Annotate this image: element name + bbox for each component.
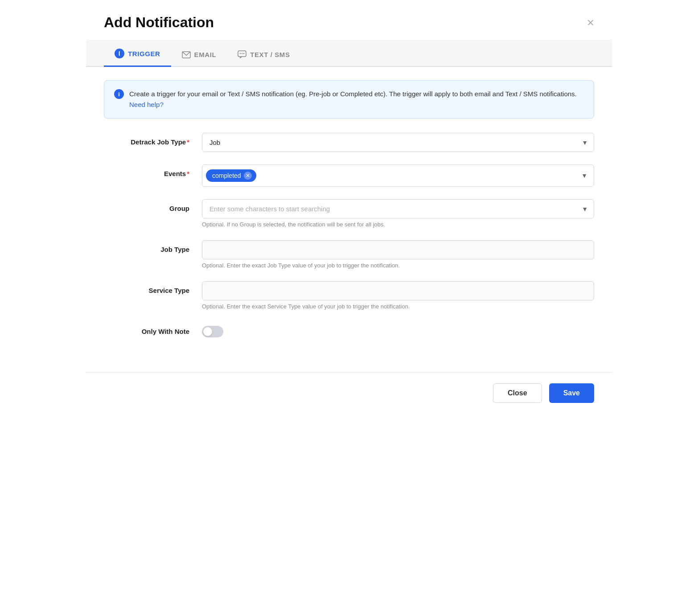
tabs-bar: i TRIGGER EMAIL [86, 40, 612, 67]
service-type-label: Service Type [104, 281, 202, 294]
trigger-icon: i [115, 49, 124, 58]
close-button[interactable]: Close [493, 383, 542, 403]
events-label: Events* [104, 164, 202, 177]
tab-email[interactable]: EMAIL [171, 43, 227, 67]
tab-email-label: EMAIL [194, 51, 217, 58]
tab-trigger-label: TRIGGER [128, 50, 160, 57]
job-type-text-input[interactable] [202, 240, 594, 259]
modal-title: Add Notification [104, 14, 214, 31]
add-notification-modal: Add Notification × i TRIGGER EMAIL [86, 0, 612, 414]
group-row: Group ▼ Optional. If no Group is selecte… [104, 199, 594, 228]
group-label: Group [104, 199, 202, 212]
tab-trigger[interactable]: i TRIGGER [104, 41, 171, 67]
only-with-note-label: Only With Note [104, 322, 202, 335]
events-select[interactable]: completed ✕ ▼ [202, 164, 594, 187]
job-type-field-label: Job Type [104, 240, 202, 253]
job-type-field-input-wrapper: Optional. Enter the exact Job Type value… [202, 240, 594, 269]
sms-icon [238, 50, 246, 58]
group-search-input[interactable] [202, 199, 594, 218]
info-text: Create a trigger for your email or Text … [129, 89, 584, 110]
svg-point-3 [242, 53, 242, 54]
completed-tag: completed ✕ [206, 169, 256, 182]
email-icon [182, 51, 191, 58]
svg-point-4 [243, 53, 244, 54]
events-row: Events* completed ✕ ▼ [104, 164, 594, 187]
service-type-hint: Optional. Enter the exact Service Type v… [202, 303, 594, 310]
events-chevron-icon: ▼ [581, 172, 587, 179]
info-text-content: Create a trigger for your email or Text … [129, 90, 577, 98]
job-type-select-wrapper: Job ▼ [202, 133, 594, 152]
save-button[interactable]: Save [549, 383, 594, 403]
job-type-hint: Optional. Enter the exact Job Type value… [202, 262, 594, 269]
tab-text-sms-label: TEXT / SMS [250, 51, 290, 58]
group-search-wrapper: ▼ [202, 199, 594, 218]
job-type-row: Detrack Job Type* Job ▼ [104, 133, 594, 152]
job-type-select[interactable]: Job [202, 133, 594, 152]
group-field: ▼ Optional. If no Group is selected, the… [202, 199, 594, 228]
only-with-note-field [202, 322, 594, 337]
modal-body: i Create a trigger for your email or Tex… [86, 67, 612, 363]
info-box: i Create a trigger for your email or Tex… [104, 80, 594, 119]
service-type-row: Service Type Optional. Enter the exact S… [104, 281, 594, 310]
only-with-note-row: Only With Note [104, 322, 594, 337]
close-x-button[interactable]: × [587, 16, 594, 29]
svg-point-2 [240, 53, 241, 54]
tab-text-sms[interactable]: TEXT / SMS [227, 42, 300, 67]
need-help-link[interactable]: Need help? [129, 101, 164, 108]
modal-footer: Close Save [86, 372, 612, 414]
modal-header: Add Notification × [86, 0, 612, 40]
job-type-field: Job ▼ [202, 133, 594, 152]
service-type-input[interactable] [202, 281, 594, 300]
events-field: completed ✕ ▼ [202, 164, 594, 187]
completed-tag-label: completed [212, 172, 241, 179]
job-type-field-row: Job Type Optional. Enter the exact Job T… [104, 240, 594, 269]
group-hint: Optional. If no Group is selected, the n… [202, 221, 594, 228]
info-icon: i [114, 89, 124, 99]
only-with-note-toggle[interactable] [202, 326, 223, 337]
service-type-field: Optional. Enter the exact Service Type v… [202, 281, 594, 310]
completed-tag-remove[interactable]: ✕ [244, 172, 252, 180]
job-type-label: Detrack Job Type* [104, 133, 202, 146]
